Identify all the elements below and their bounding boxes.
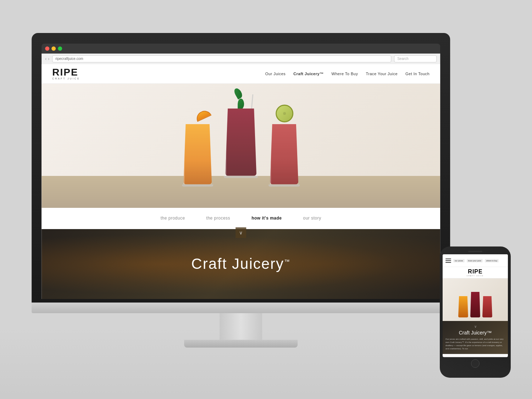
sub-nav-our-story[interactable]: our story: [303, 216, 321, 221]
apple-garnish: [276, 105, 293, 122]
nav-craft-juicery[interactable]: Craft Juicery™: [293, 72, 323, 76]
forward-arrow-icon[interactable]: ›: [48, 56, 49, 61]
website-frame: RIPE CRAFT JUICE Our Juices Craft Juicer…: [41, 64, 440, 299]
imac: ‹ › ripecraftjuice.com Search RIPE CRAFT…: [32, 33, 450, 366]
traffic-light-maximize[interactable]: [58, 46, 62, 51]
iphone-glass-red: [470, 292, 480, 317]
iphone-glass-pink: [482, 296, 492, 317]
hamburger-icon[interactable]: [445, 259, 451, 263]
iphone-glass-orange: [458, 296, 468, 317]
sub-nav-the-process[interactable]: the process: [206, 216, 231, 221]
traffic-lights: [45, 46, 62, 51]
scene: ‹ › ripecraftjuice.com Search RIPE CRAFT…: [0, 0, 532, 399]
chevron-down-icon[interactable]: ∨: [235, 227, 246, 238]
search-placeholder: Search: [397, 57, 409, 61]
dark-title-trademark: ™: [284, 259, 290, 265]
glass-body-orange: [183, 124, 212, 184]
glass-base-orange: [182, 184, 213, 187]
nav-links: Our Juices Craft Juicery™ Where To Buy T…: [265, 72, 430, 76]
sub-nav-the-produce[interactable]: the produce: [161, 216, 185, 221]
traffic-light-minimize[interactable]: [51, 46, 56, 51]
back-arrow-icon[interactable]: ‹: [45, 56, 46, 61]
glasses-container: [182, 109, 300, 187]
imac-top-bar: [41, 44, 440, 54]
desk-reflection: [0, 328, 532, 399]
nav-trace-your-juice[interactable]: Trace Your Juice: [366, 72, 398, 76]
site-nav: RIPE CRAFT JUICE Our Juices Craft Juicer…: [41, 64, 440, 84]
red-juice-glass: [224, 109, 258, 187]
browser-navigation: ‹ ›: [45, 56, 49, 61]
logo-subtitle: CRAFT JUICE: [52, 77, 80, 80]
iphone-speaker: [468, 251, 482, 252]
browser-search[interactable]: Search: [394, 55, 437, 62]
url-text: ripecraftjuice.com: [55, 57, 83, 61]
imac-body: ‹ › ripecraftjuice.com Search RIPE CRAFT…: [32, 33, 450, 303]
iphone-logo-sub: CRAFT JUICE: [443, 275, 508, 277]
iphone-hero: [443, 278, 508, 321]
glass-base-red: [224, 176, 258, 178]
url-bar[interactable]: ripecraftjuice.com: [52, 55, 391, 62]
iphone-nav-links: our juices trace your juice where to buy: [453, 259, 499, 262]
imac-chin: [32, 303, 450, 313]
dark-section-title: Craft Juicery™: [191, 255, 290, 272]
logo-text: RIPE: [52, 67, 80, 77]
dark-section: ∨ Craft Juicery™: [41, 229, 440, 299]
nav-our-juices[interactable]: Our Juices: [265, 72, 286, 76]
nav-get-in-touch[interactable]: Get In Touch: [405, 72, 430, 76]
hamburger-line-1: [445, 259, 451, 259]
orange-slice-garnish: [194, 108, 211, 122]
glass-body-red: [225, 109, 256, 176]
dark-title-text: Craft Juicery: [191, 255, 284, 272]
iphone-nav-where-to-buy[interactable]: where to buy: [485, 259, 499, 262]
iphone-glasses: [458, 292, 492, 317]
sub-nav: the produce the process how it's made ou…: [41, 208, 440, 229]
pink-juice-glass: [268, 124, 300, 187]
hamburger-line-3: [445, 262, 451, 263]
sub-nav-how-its-made[interactable]: how it's made: [251, 216, 282, 221]
iphone-nav-our-juices[interactable]: our juices: [453, 259, 465, 262]
mint-leaf-1: [233, 87, 244, 99]
glass-body-pink: [270, 124, 298, 184]
mint-leaf-2: [238, 99, 244, 109]
hamburger-line-2: [445, 260, 451, 261]
iphone-logo-bar: RIPE CRAFT JUICE: [443, 267, 508, 278]
browser-bar: ‹ › ripecraftjuice.com Search: [41, 54, 440, 64]
site-hero: [41, 84, 440, 208]
site-logo[interactable]: RIPE CRAFT JUICE: [52, 67, 80, 80]
nav-where-to-buy[interactable]: Where To Buy: [332, 72, 358, 76]
iphone-nav-trace-your-juice[interactable]: trace your juice: [467, 259, 483, 262]
iphone-nav: our juices trace your juice where to buy: [443, 254, 508, 267]
orange-juice-glass: [182, 124, 213, 187]
iphone-logo: RIPE: [443, 268, 508, 275]
glass-base-pink: [268, 184, 300, 187]
traffic-light-close[interactable]: [45, 46, 49, 51]
